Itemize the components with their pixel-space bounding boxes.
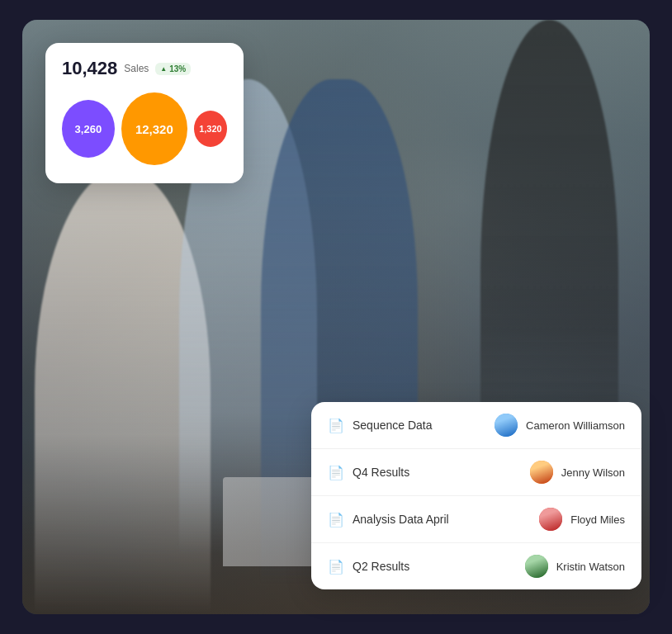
table-row-left: 📄 Analysis Data April	[328, 512, 539, 528]
table-row[interactable]: 📄 Q4 Results Jenny Wilson	[311, 449, 641, 496]
main-scene: 10,428 Sales 13% 3,260 12,320 1,320 📄 Se…	[22, 20, 650, 614]
table-row-right: Cameron Williamson	[495, 414, 625, 437]
document-icon: 📄	[328, 418, 344, 433]
person-name: Kristin Watson	[556, 561, 625, 573]
bubble-orange: 12,320	[121, 92, 187, 165]
table-row-left: 📄 Q2 Results	[328, 559, 525, 575]
stats-total-number: 10,428	[62, 58, 117, 79]
bubble-red: 1,320	[194, 111, 227, 147]
table-row-left: 📄 Sequence Data	[328, 418, 495, 433]
table-row[interactable]: 📄 Q2 Results Kristin Watson	[311, 543, 641, 589]
document-icon: 📄	[328, 512, 344, 528]
stats-total-label: Sales	[124, 63, 149, 74]
bubbles-row: 3,260 12,320 1,320	[62, 92, 227, 165]
avatar	[495, 414, 518, 437]
stats-header: 10,428 Sales 13%	[62, 58, 227, 79]
stats-card: 10,428 Sales 13% 3,260 12,320 1,320	[45, 43, 244, 183]
table-row-right: Kristin Watson	[525, 555, 625, 578]
doc-name: Sequence Data	[353, 419, 433, 432]
person-name: Jenny Wilson	[561, 466, 625, 479]
stats-badge: 13%	[155, 63, 191, 75]
table-row-right: Floyd Miles	[539, 508, 625, 531]
document-icon: 📄	[328, 559, 344, 575]
person-name: Cameron Williamson	[526, 419, 625, 432]
avatar	[530, 461, 553, 484]
doc-name: Q2 Results	[353, 560, 409, 573]
bubble-purple: 3,260	[62, 100, 115, 158]
table-row-left: 📄 Q4 Results	[328, 465, 530, 480]
table-row[interactable]: 📄 Sequence Data Cameron Williamson	[311, 402, 641, 449]
avatar	[539, 508, 562, 531]
table-row-right: Jenny Wilson	[530, 461, 625, 484]
data-table-card: 📄 Sequence Data Cameron Williamson 📄 Q4 …	[311, 402, 641, 589]
person-name: Floyd Miles	[570, 513, 625, 526]
avatar	[525, 555, 548, 578]
document-icon: 📄	[328, 465, 344, 480]
doc-name: Q4 Results	[353, 466, 409, 479]
doc-name: Analysis Data April	[353, 513, 449, 526]
table-row[interactable]: 📄 Analysis Data April Floyd Miles	[311, 496, 641, 543]
